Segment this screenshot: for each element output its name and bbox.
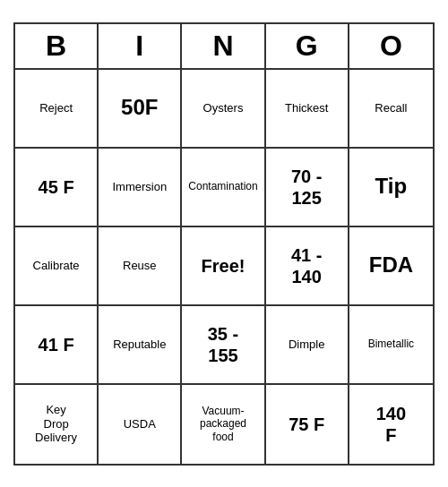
bingo-cell-2: Oysters	[182, 70, 265, 149]
bingo-cell-14: FDA	[349, 227, 433, 306]
bingo-grid: Reject50FOystersThickestRecall45 FImmers…	[15, 70, 433, 464]
bingo-cell-9: Tip	[349, 149, 433, 227]
bingo-cell-5: 45 F	[15, 149, 99, 227]
bingo-cell-15: 41 F	[15, 306, 99, 385]
bingo-cell-7: Contamination	[182, 149, 265, 227]
bingo-cell-21: USDA	[99, 385, 182, 464]
bingo-cell-10: Calibrate	[15, 227, 99, 306]
bingo-cell-1: 50F	[99, 70, 182, 149]
header-letter: N	[182, 24, 265, 68]
bingo-cell-16: Reputable	[99, 306, 182, 385]
bingo-header: BINGO	[15, 24, 433, 70]
bingo-cell-17: 35 -155	[182, 306, 265, 385]
bingo-cell-19: Bimetallic	[349, 306, 433, 385]
bingo-cell-11: Reuse	[99, 227, 182, 306]
header-letter: G	[266, 24, 349, 68]
bingo-cell-20: KeyDropDelivery	[15, 385, 99, 464]
header-letter: O	[349, 24, 433, 68]
bingo-cell-3: Thickest	[266, 70, 349, 149]
bingo-cell-23: 75 F	[266, 385, 349, 464]
bingo-cell-0: Reject	[15, 70, 99, 149]
header-letter: I	[99, 24, 182, 68]
bingo-cell-4: Recall	[349, 70, 433, 149]
header-letter: B	[15, 24, 99, 68]
bingo-cell-8: 70 -125	[266, 149, 349, 227]
bingo-cell-6: Immersion	[99, 149, 182, 227]
bingo-cell-22: Vacuum-packagedfood	[182, 385, 265, 464]
bingo-card: BINGO Reject50FOystersThickestRecall45 F…	[13, 22, 435, 466]
bingo-cell-24: 140F	[349, 385, 433, 464]
bingo-cell-18: Dimple	[266, 306, 349, 385]
bingo-cell-13: 41 -140	[266, 227, 349, 306]
bingo-cell-12: Free!	[182, 227, 265, 306]
